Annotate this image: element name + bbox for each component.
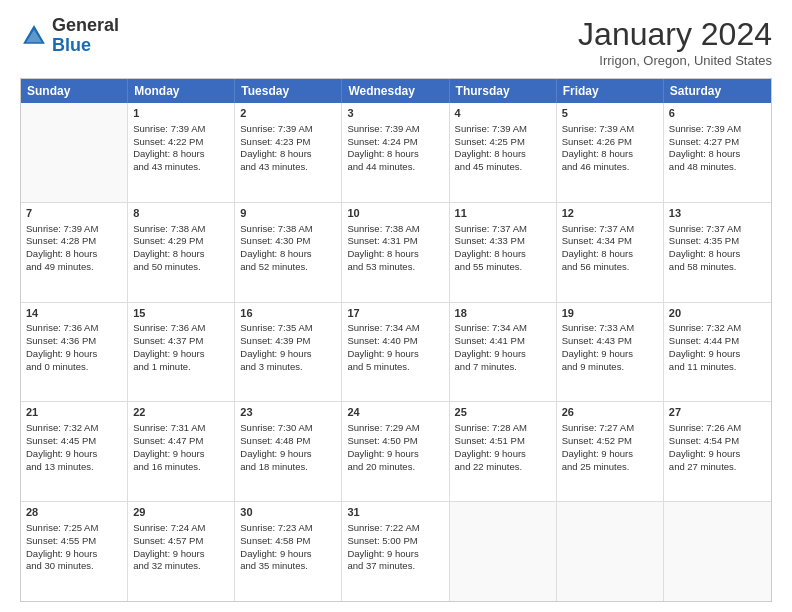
day-info-line: Sunrise: 7:23 AM: [240, 522, 336, 535]
day-info-line: Sunrise: 7:37 AM: [669, 223, 766, 236]
day-number: 22: [133, 405, 229, 420]
day-of-week-tuesday: Tuesday: [235, 79, 342, 103]
day-info-line: Sunset: 4:55 PM: [26, 535, 122, 548]
day-info-line: Sunrise: 7:38 AM: [240, 223, 336, 236]
day-number: 23: [240, 405, 336, 420]
day-info-line: Sunset: 4:57 PM: [133, 535, 229, 548]
day-info-line: Sunset: 4:22 PM: [133, 136, 229, 149]
location: Irrigon, Oregon, United States: [578, 53, 772, 68]
day-info-line: Sunrise: 7:26 AM: [669, 422, 766, 435]
day-info-line: Daylight: 9 hours: [133, 548, 229, 561]
day-info-line: and 0 minutes.: [26, 361, 122, 374]
calendar: SundayMondayTuesdayWednesdayThursdayFrid…: [20, 78, 772, 602]
day-info-line: Sunset: 4:47 PM: [133, 435, 229, 448]
day-info-line: Daylight: 8 hours: [455, 248, 551, 261]
day-info-line: Daylight: 9 hours: [562, 448, 658, 461]
day-info-line: Sunset: 4:36 PM: [26, 335, 122, 348]
day-cell-10: 10Sunrise: 7:38 AMSunset: 4:31 PMDayligh…: [342, 203, 449, 302]
day-of-week-monday: Monday: [128, 79, 235, 103]
day-info-line: Daylight: 9 hours: [347, 348, 443, 361]
day-info-line: Sunrise: 7:39 AM: [240, 123, 336, 136]
day-info-line: Sunset: 4:43 PM: [562, 335, 658, 348]
day-info-line: Daylight: 9 hours: [669, 348, 766, 361]
day-info-line: Sunset: 4:58 PM: [240, 535, 336, 548]
day-number: 15: [133, 306, 229, 321]
day-info-line: Sunrise: 7:36 AM: [133, 322, 229, 335]
day-info-line: and 20 minutes.: [347, 461, 443, 474]
empty-cell: [21, 103, 128, 202]
day-of-week-thursday: Thursday: [450, 79, 557, 103]
day-number: 19: [562, 306, 658, 321]
day-info-line: Daylight: 8 hours: [240, 248, 336, 261]
day-cell-16: 16Sunrise: 7:35 AMSunset: 4:39 PMDayligh…: [235, 303, 342, 402]
day-info-line: and 37 minutes.: [347, 560, 443, 573]
day-cell-31: 31Sunrise: 7:22 AMSunset: 5:00 PMDayligh…: [342, 502, 449, 601]
day-info-line: Sunset: 4:45 PM: [26, 435, 122, 448]
day-info-line: and 25 minutes.: [562, 461, 658, 474]
day-cell-14: 14Sunrise: 7:36 AMSunset: 4:36 PMDayligh…: [21, 303, 128, 402]
day-number: 6: [669, 106, 766, 121]
day-info-line: and 30 minutes.: [26, 560, 122, 573]
day-number: 4: [455, 106, 551, 121]
day-info-line: and 9 minutes.: [562, 361, 658, 374]
day-info-line: and 16 minutes.: [133, 461, 229, 474]
day-info-line: Daylight: 8 hours: [562, 148, 658, 161]
day-cell-19: 19Sunrise: 7:33 AMSunset: 4:43 PMDayligh…: [557, 303, 664, 402]
day-cell-8: 8Sunrise: 7:38 AMSunset: 4:29 PMDaylight…: [128, 203, 235, 302]
logo-general: General: [52, 15, 119, 35]
day-info-line: and 49 minutes.: [26, 261, 122, 274]
day-info-line: Sunset: 4:31 PM: [347, 235, 443, 248]
day-info-line: and 1 minute.: [133, 361, 229, 374]
day-info-line: Daylight: 8 hours: [347, 148, 443, 161]
calendar-row-3: 14Sunrise: 7:36 AMSunset: 4:36 PMDayligh…: [21, 303, 771, 403]
day-info-line: Sunrise: 7:39 AM: [26, 223, 122, 236]
logo-text: General Blue: [52, 16, 119, 56]
day-info-line: Sunset: 4:34 PM: [562, 235, 658, 248]
day-info-line: and 44 minutes.: [347, 161, 443, 174]
day-info-line: Sunrise: 7:34 AM: [455, 322, 551, 335]
day-number: 30: [240, 505, 336, 520]
day-info-line: Sunrise: 7:33 AM: [562, 322, 658, 335]
day-info-line: and 22 minutes.: [455, 461, 551, 474]
day-info-line: and 50 minutes.: [133, 261, 229, 274]
day-info-line: Sunrise: 7:39 AM: [133, 123, 229, 136]
day-info-line: Sunrise: 7:34 AM: [347, 322, 443, 335]
day-info-line: Daylight: 8 hours: [455, 148, 551, 161]
day-info-line: and 43 minutes.: [133, 161, 229, 174]
day-cell-13: 13Sunrise: 7:37 AMSunset: 4:35 PMDayligh…: [664, 203, 771, 302]
header: General Blue January 2024 Irrigon, Orego…: [20, 16, 772, 68]
day-info-line: Sunset: 4:44 PM: [669, 335, 766, 348]
day-info-line: Sunset: 4:37 PM: [133, 335, 229, 348]
calendar-body: 1Sunrise: 7:39 AMSunset: 4:22 PMDaylight…: [21, 103, 771, 601]
day-number: 9: [240, 206, 336, 221]
day-cell-21: 21Sunrise: 7:32 AMSunset: 4:45 PMDayligh…: [21, 402, 128, 501]
day-info-line: and 11 minutes.: [669, 361, 766, 374]
day-cell-3: 3Sunrise: 7:39 AMSunset: 4:24 PMDaylight…: [342, 103, 449, 202]
day-info-line: Daylight: 9 hours: [455, 448, 551, 461]
day-number: 5: [562, 106, 658, 121]
empty-cell: [664, 502, 771, 601]
day-info-line: Sunset: 4:24 PM: [347, 136, 443, 149]
calendar-row-4: 21Sunrise: 7:32 AMSunset: 4:45 PMDayligh…: [21, 402, 771, 502]
day-number: 16: [240, 306, 336, 321]
day-info-line: Daylight: 9 hours: [455, 348, 551, 361]
day-info-line: and 56 minutes.: [562, 261, 658, 274]
day-info-line: Sunrise: 7:30 AM: [240, 422, 336, 435]
page: General Blue January 2024 Irrigon, Orego…: [0, 0, 792, 612]
day-info-line: Sunrise: 7:37 AM: [562, 223, 658, 236]
calendar-header: SundayMondayTuesdayWednesdayThursdayFrid…: [21, 79, 771, 103]
calendar-row-1: 1Sunrise: 7:39 AMSunset: 4:22 PMDaylight…: [21, 103, 771, 203]
day-cell-15: 15Sunrise: 7:36 AMSunset: 4:37 PMDayligh…: [128, 303, 235, 402]
day-info-line: Daylight: 9 hours: [133, 348, 229, 361]
day-number: 17: [347, 306, 443, 321]
day-info-line: and 46 minutes.: [562, 161, 658, 174]
day-info-line: and 13 minutes.: [26, 461, 122, 474]
day-info-line: Sunset: 4:35 PM: [669, 235, 766, 248]
day-info-line: Sunrise: 7:28 AM: [455, 422, 551, 435]
day-number: 27: [669, 405, 766, 420]
day-info-line: and 35 minutes.: [240, 560, 336, 573]
day-number: 20: [669, 306, 766, 321]
day-number: 21: [26, 405, 122, 420]
day-info-line: Sunrise: 7:39 AM: [669, 123, 766, 136]
day-cell-20: 20Sunrise: 7:32 AMSunset: 4:44 PMDayligh…: [664, 303, 771, 402]
